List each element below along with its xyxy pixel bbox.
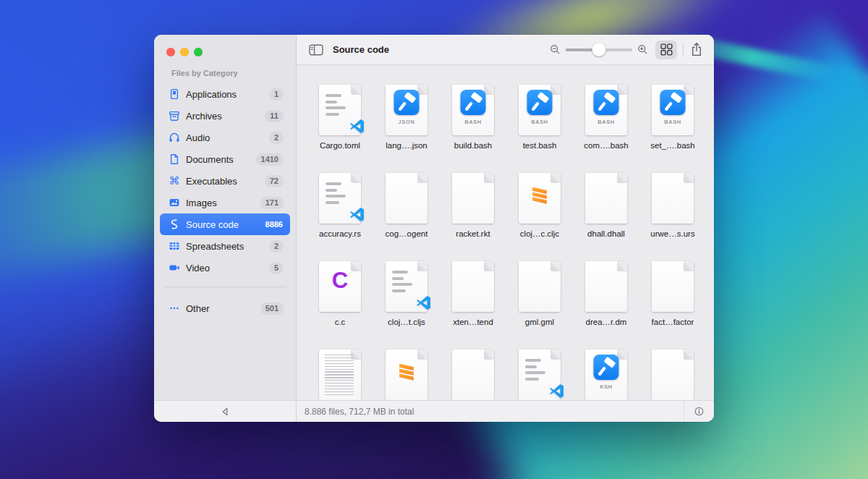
- zoom-in-icon[interactable]: [637, 44, 648, 55]
- file-icon-vscode-doc: [319, 85, 361, 135]
- sidebar-item-video[interactable]: Video5: [160, 257, 290, 279]
- script-type-label: BASH: [652, 119, 694, 125]
- file-item[interactable]: BASHbuild.bash: [440, 85, 506, 173]
- file-name: com….bash: [584, 141, 628, 150]
- sidebar-item-audio[interactable]: Audio2: [160, 127, 290, 148]
- sidebar-item-label: Archives: [186, 111, 259, 122]
- file-icon-sublime-doc: [386, 349, 427, 400]
- sidebar-item-archives[interactable]: Archives11: [160, 105, 290, 127]
- file-item[interactable]: [506, 349, 573, 400]
- file-item[interactable]: fact…factor: [639, 261, 706, 349]
- file-name: build.bash: [454, 141, 492, 150]
- back-icon: [219, 406, 231, 417]
- script-hammer-icon: [660, 90, 686, 115]
- sidebar-item-label: Applications: [186, 89, 263, 100]
- count-badge: 5: [269, 262, 284, 274]
- file-name: xten…tend: [453, 318, 493, 326]
- file-item[interactable]: Cc.c: [307, 261, 373, 349]
- close-button[interactable]: [166, 48, 175, 56]
- file-item[interactable]: gml.gml: [506, 261, 573, 349]
- window-controls: [154, 35, 296, 56]
- c-language-icon: C: [319, 268, 361, 294]
- file-icon-script: KSH: [585, 349, 627, 400]
- file-icon-text-doc: [319, 349, 361, 400]
- file-item[interactable]: BASHcom….bash: [573, 85, 639, 173]
- info-button[interactable]: [694, 406, 705, 417]
- zoom-button[interactable]: [194, 48, 203, 56]
- sidebar-toggle-button[interactable]: [309, 44, 323, 56]
- count-badge: 11: [265, 110, 284, 122]
- status-bar-left: [154, 401, 297, 422]
- file-item[interactable]: cloj…c.cljc: [506, 173, 573, 261]
- audio-icon: [168, 132, 180, 144]
- file-icon-script: JSON: [386, 85, 427, 135]
- sidebar-item-label: Executables: [186, 176, 259, 187]
- count-badge: 72: [265, 175, 284, 187]
- vscode-icon: [549, 383, 564, 399]
- sidebar-item-executables[interactable]: ⌘Executables72: [160, 170, 290, 192]
- sidebar-item-label: Documents: [186, 154, 250, 165]
- file-item[interactable]: urwe…s.urs: [639, 173, 706, 261]
- dense-text-preview: [325, 355, 354, 395]
- archives-icon: [168, 110, 180, 122]
- sidebar-item-images[interactable]: Images171: [160, 192, 290, 213]
- doc-text-lines: [326, 94, 352, 116]
- file-item[interactable]: [440, 349, 506, 400]
- script-hammer-icon: [461, 90, 486, 115]
- minimize-button[interactable]: [180, 48, 189, 56]
- zoom-controls: [550, 43, 648, 57]
- sidebar-list: Applications1Archives11Audio2Documents14…: [154, 81, 296, 279]
- file-name: lang….json: [386, 141, 427, 150]
- file-item[interactable]: racket.rkt: [440, 173, 506, 261]
- file-icon-script: BASH: [452, 85, 494, 135]
- file-item[interactable]: dhall.dhall: [573, 173, 639, 261]
- file-item[interactable]: [373, 349, 440, 400]
- executables-icon: ⌘: [168, 175, 180, 187]
- file-name: drea…r.dm: [586, 318, 627, 326]
- file-icon-vscode-doc: [519, 349, 561, 400]
- page-title: Source code: [333, 44, 389, 55]
- file-item[interactable]: JSONlang….json: [373, 85, 440, 173]
- file-icon-sublime-doc: [519, 173, 561, 224]
- file-item[interactable]: BASHtest.bash: [506, 85, 573, 173]
- count-badge: 501: [260, 302, 284, 315]
- sidebar-item-source-code[interactable]: Source code8886: [160, 213, 290, 235]
- file-name: Cargo.toml: [320, 141, 360, 150]
- toolbar-separator: [683, 43, 684, 56]
- back-button[interactable]: [219, 406, 231, 417]
- file-item[interactable]: Cargo.toml: [307, 85, 373, 173]
- sidebar-divider: [163, 287, 286, 287]
- documents-icon: [168, 153, 180, 166]
- script-type-label: JSON: [386, 119, 427, 125]
- file-item[interactable]: cog…ogent: [373, 173, 440, 261]
- file-name: dhall.dhall: [587, 229, 625, 238]
- file-item[interactable]: [639, 349, 706, 400]
- icon-size-slider[interactable]: [566, 43, 632, 57]
- file-item[interactable]: xten…tend: [440, 261, 506, 349]
- file-item[interactable]: KSH: [573, 349, 639, 400]
- file-name: gml.gml: [525, 318, 554, 326]
- vscode-icon: [349, 207, 365, 222]
- file-item[interactable]: cloj…t.cljs: [373, 261, 440, 349]
- file-item[interactable]: accuracy.rs: [307, 173, 373, 261]
- zoom-out-icon[interactable]: [550, 44, 561, 55]
- share-button[interactable]: [690, 42, 703, 57]
- sidebar-item-spreadsheets[interactable]: Spreadsheets2: [160, 235, 290, 257]
- file-icon-blank-doc: [652, 261, 694, 312]
- file-name: racket.rkt: [456, 229, 490, 238]
- file-item[interactable]: [307, 349, 373, 400]
- file-item[interactable]: BASHset_….bash: [639, 85, 706, 173]
- script-hammer-icon: [394, 90, 420, 115]
- sidebar-item-applications[interactable]: Applications1: [160, 83, 290, 105]
- file-icon-blank-doc: [652, 349, 694, 400]
- count-badge: 8886: [260, 219, 284, 231]
- file-item[interactable]: drea…r.dm: [573, 261, 639, 349]
- grid-view-button[interactable]: [655, 41, 677, 59]
- file-icon-blank-doc: [386, 173, 427, 224]
- script-type-label: BASH: [585, 119, 627, 125]
- sidebar-item-other[interactable]: Other501: [160, 297, 290, 319]
- slider-thumb[interactable]: [592, 43, 606, 56]
- applications-icon: [168, 88, 180, 101]
- sidebar-item-documents[interactable]: Documents1410: [160, 148, 290, 170]
- other-icon: [168, 302, 180, 315]
